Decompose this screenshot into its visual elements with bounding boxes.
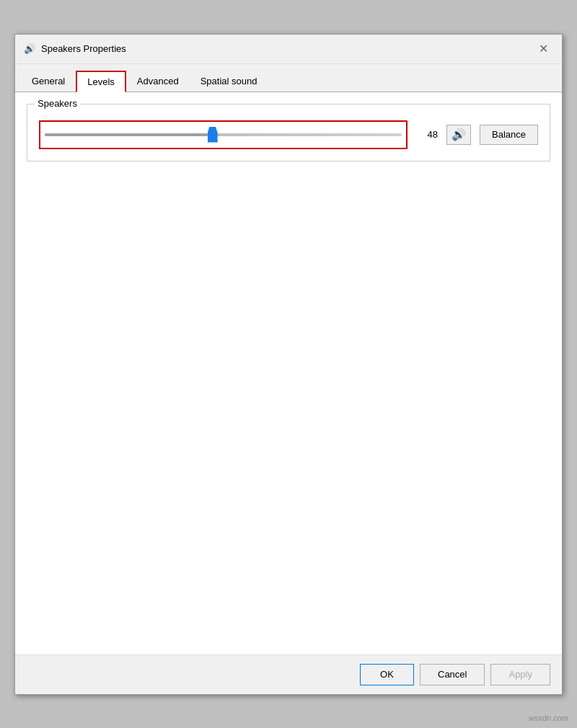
tab-bar: General Levels Advanced Spatial sound [15, 64, 562, 92]
ok-button[interactable]: OK [360, 664, 414, 685]
tab-general[interactable]: General [21, 71, 76, 92]
footer: OK Cancel Apply [15, 654, 562, 694]
slider-track [45, 133, 402, 136]
tab-spatial-sound[interactable]: Spatial sound [190, 71, 268, 92]
speakers-row: 48 🔊 Balance [39, 120, 538, 149]
volume-slider-container[interactable] [39, 120, 408, 149]
watermark: wsxdn.com [529, 714, 568, 722]
slider-filled [45, 133, 216, 136]
cancel-button[interactable]: Cancel [420, 664, 485, 685]
tab-advanced[interactable]: Advanced [126, 71, 190, 92]
tab-levels[interactable]: Levels [76, 71, 126, 92]
content-area: Speakers 48 🔊 Balance [15, 92, 562, 654]
speakers-section-label: Speakers [35, 98, 80, 109]
title-bar: 🔊 Speakers Properties ✕ [15, 35, 562, 64]
window-title: Speakers Properties [41, 43, 533, 54]
close-button[interactable]: ✕ [533, 40, 553, 58]
volume-value: 48 [416, 129, 438, 140]
slider-thumb[interactable] [208, 127, 218, 143]
speaker-icon: 🔊 [452, 128, 466, 141]
speakers-properties-window: 🔊 Speakers Properties ✕ General Levels A… [14, 34, 563, 695]
window-icon: 🔊 [24, 43, 35, 55]
balance-button[interactable]: Balance [480, 125, 538, 145]
apply-button[interactable]: Apply [490, 664, 550, 685]
mute-button[interactable]: 🔊 [446, 125, 471, 145]
speakers-section: Speakers 48 🔊 Balance [27, 104, 550, 161]
